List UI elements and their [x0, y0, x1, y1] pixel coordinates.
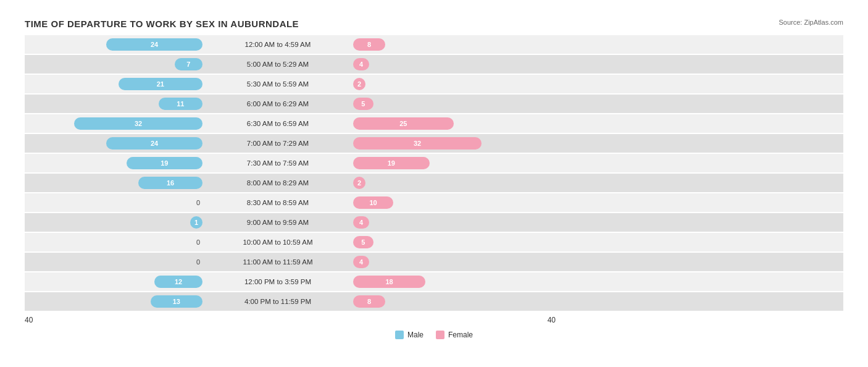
- left-section: 16: [25, 177, 210, 189]
- time-label: 10:00 AM to 10:59 AM: [210, 238, 346, 246]
- table-row: 19:00 AM to 9:59 AM4: [25, 213, 843, 232]
- left-section: 21: [25, 78, 210, 90]
- female-value: 4: [359, 219, 363, 226]
- table-row: 75:00 AM to 5:29 AM4: [25, 55, 843, 74]
- right-section: 4: [346, 256, 531, 268]
- time-label: 6:00 AM to 6:29 AM: [210, 100, 346, 108]
- legend: Male Female: [25, 331, 843, 339]
- left-section: 24: [25, 38, 210, 51]
- left-section: 24: [25, 137, 210, 150]
- table-row: 2412:00 AM to 4:59 AM8: [25, 35, 843, 54]
- time-label: 8:30 AM to 8:59 AM: [210, 199, 346, 206]
- male-bar: 11: [159, 98, 203, 110]
- right-section: 10: [346, 196, 531, 209]
- female-value: 19: [388, 159, 395, 167]
- table-row: 134:00 PM to 11:59 PM8: [25, 292, 843, 311]
- table-row: 08:30 AM to 8:59 AM10: [25, 193, 843, 212]
- table-row: 116:00 AM to 6:29 AM5: [25, 95, 843, 113]
- female-bar: 10: [353, 196, 393, 209]
- right-section: 4: [346, 58, 531, 70]
- time-label: 4:00 PM to 11:59 PM: [210, 298, 346, 305]
- left-section: 12: [25, 276, 210, 288]
- right-section: 5: [346, 236, 531, 248]
- time-label: 5:30 AM to 5:59 AM: [210, 80, 346, 88]
- chart-title: TIME OF DEPARTURE TO WORK BY SEX IN AUBU…: [25, 19, 843, 29]
- male-value: 7: [186, 61, 190, 68]
- right-section: 2: [346, 78, 531, 90]
- male-value-zero: 0: [196, 258, 200, 266]
- legend-female-label: Female: [448, 331, 473, 339]
- bottom-right: 40: [358, 316, 556, 324]
- female-value: 18: [385, 278, 393, 285]
- time-label: 6:30 AM to 6:59 AM: [210, 120, 346, 127]
- female-value: 5: [361, 100, 365, 108]
- right-section: 8: [346, 295, 531, 308]
- left-section: 1: [25, 216, 210, 229]
- left-section: 13: [25, 295, 210, 308]
- right-section: 25: [346, 117, 531, 130]
- time-label: 11:00 AM to 11:59 AM: [210, 258, 346, 266]
- female-bar: 2: [353, 177, 365, 189]
- male-value: 32: [135, 120, 142, 127]
- right-section: 8: [346, 38, 531, 51]
- female-bar: 32: [353, 137, 482, 150]
- female-bar: 5: [353, 98, 373, 110]
- female-value: 8: [367, 41, 371, 48]
- female-value: 32: [414, 140, 421, 147]
- female-bar: 8: [353, 38, 385, 51]
- male-value: 12: [175, 278, 182, 285]
- female-bar: 18: [353, 276, 425, 288]
- female-value: 25: [399, 120, 407, 127]
- left-section: 0: [25, 258, 210, 266]
- right-section: 4: [346, 216, 531, 229]
- table-row: 247:00 AM to 7:29 AM32: [25, 134, 843, 153]
- time-label: 7:30 AM to 7:59 AM: [210, 159, 346, 167]
- time-label: 7:00 AM to 7:29 AM: [210, 140, 346, 147]
- legend-male: Male: [395, 331, 424, 339]
- axis-right-value: 40: [548, 316, 556, 324]
- right-section: 19: [346, 157, 531, 169]
- male-value: 21: [157, 80, 164, 88]
- male-value: 16: [167, 179, 174, 187]
- male-bar: 24: [106, 137, 202, 150]
- right-section: 2: [346, 177, 531, 189]
- female-bar: 25: [353, 117, 454, 130]
- male-value: 24: [151, 140, 158, 147]
- left-section: 19: [25, 157, 210, 169]
- male-bar: 24: [106, 38, 202, 51]
- male-value: 19: [161, 159, 168, 167]
- male-bar: 1: [190, 216, 202, 229]
- male-value: 11: [177, 100, 184, 108]
- table-row: 168:00 AM to 8:29 AM2: [25, 174, 843, 192]
- male-bar: 13: [151, 295, 203, 308]
- time-label: 8:00 AM to 8:29 AM: [210, 179, 346, 187]
- female-value: 2: [357, 179, 361, 187]
- female-value: 10: [369, 199, 377, 206]
- female-bar: 5: [353, 236, 373, 248]
- male-value-zero: 0: [196, 238, 200, 246]
- table-row: 197:30 AM to 7:59 AM19: [25, 154, 843, 172]
- time-label: 9:00 AM to 9:59 AM: [210, 219, 346, 226]
- source-text: Source: ZipAtlas.com: [778, 19, 843, 26]
- male-bar: 32: [74, 117, 202, 130]
- male-value: 13: [173, 298, 180, 305]
- female-bar: 2: [353, 78, 365, 90]
- time-label: 12:00 PM to 3:59 PM: [210, 278, 346, 285]
- chart-area: 2412:00 AM to 4:59 AM875:00 AM to 5:29 A…: [25, 35, 843, 311]
- male-value: 24: [151, 41, 158, 48]
- bottom-left: 40: [25, 316, 222, 324]
- female-value: 2: [357, 80, 361, 88]
- male-value: 1: [194, 219, 198, 226]
- female-value: 4: [359, 61, 363, 68]
- left-section: 0: [25, 238, 210, 246]
- right-section: 5: [346, 98, 531, 110]
- table-row: 326:30 AM to 6:59 AM25: [25, 114, 843, 133]
- table-row: 215:30 AM to 5:59 AM2: [25, 75, 843, 93]
- table-row: 011:00 AM to 11:59 AM4: [25, 253, 843, 271]
- male-value-zero: 0: [196, 199, 200, 206]
- table-row: 010:00 AM to 10:59 AM5: [25, 233, 843, 251]
- left-section: 11: [25, 98, 210, 110]
- female-value: 8: [367, 298, 371, 305]
- right-section: 18: [346, 276, 531, 288]
- male-bar: 12: [154, 276, 202, 288]
